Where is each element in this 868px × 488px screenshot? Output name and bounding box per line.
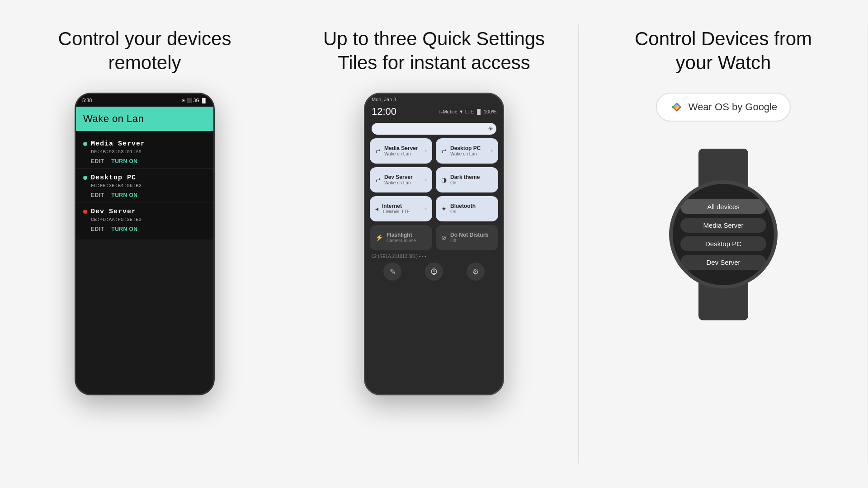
wear-os-badge[interactable]: Wear OS by Google (656, 93, 791, 122)
qs-action-button[interactable]: ⚙ (467, 263, 485, 281)
turnon-button[interactable]: TURN ON (111, 226, 137, 232)
qs-tile[interactable]: ⚡ Flashlight Camera in use (370, 225, 432, 250)
device-item: Desktop PC FC:FE:3E:B4:06:B2 EDIT TURN O… (76, 169, 213, 202)
tile-sub: T-Mobile, LTE (382, 209, 421, 215)
tile-label: Desktop PC (450, 145, 487, 151)
watch-item[interactable]: All devices (680, 199, 766, 214)
device-name-row: Media Server (83, 140, 206, 148)
turnon-button[interactable]: TURN ON (111, 158, 137, 164)
tile-arrow-icon: › (425, 177, 427, 183)
watch-item[interactable]: Media Server (680, 218, 766, 233)
tile-icon: ✦ (441, 205, 447, 212)
tile-sublabel: Wake on Lan (450, 151, 487, 157)
phone-icons: ☀ ⬛ 3G ▐▌ (181, 98, 207, 103)
tile-icon: ◂ (375, 205, 378, 212)
tile-icon: ⚡ (375, 234, 383, 241)
tile-arrow-icon: › (425, 148, 427, 154)
device-name: Media Server (91, 140, 145, 148)
svg-point-0 (675, 105, 679, 109)
edit-button[interactable]: EDIT (91, 226, 104, 232)
status-dot (83, 176, 87, 180)
tile-icon: ◑ (441, 176, 447, 183)
device-mac: D0:4B:93:53:01:A9 (91, 149, 206, 155)
qs-tile[interactable]: ⇄ Desktop PC Wake on Lan › (436, 138, 498, 164)
tile-icon: ⇄ (375, 176, 381, 183)
turnon-button[interactable]: TURN ON (111, 192, 137, 198)
tile-label: Dark theme (450, 174, 493, 180)
tile-arrow-icon: › (425, 206, 427, 212)
device-item: Media Server D0:4B:93:53:01:A9 EDIT TURN… (76, 135, 213, 169)
tile-label: Bluetooth (450, 203, 493, 209)
qs-tile[interactable]: ◂ Internet T-Mobile, LTE › (370, 196, 432, 221)
qs-carrier: T-Mobile ▼ LTE ▐▌ 100% (439, 109, 496, 114)
qs-bottom: 12 (SE1A.211012.001) • • • ✎⏻⚙ (365, 250, 503, 284)
device-mac: FC:FE:3E:B4:06:B2 (91, 183, 206, 188)
watch-item[interactable]: Desktop PC (680, 236, 766, 251)
brightness-icon: ☀ (488, 125, 494, 132)
panel-2: Up to three Quick Settings Tiles for ins… (289, 0, 579, 488)
watch-container: All devicesMedia ServerDesktop PCDev Ser… (651, 149, 796, 320)
app-title: Wake on Lan (83, 113, 144, 124)
phone-device-2: Mon, Jan 3 12:00 T-Mobile ▼ LTE ▐▌ 100% … (364, 93, 504, 395)
qs-actions: ✎⏻⚙ (372, 263, 496, 281)
qs-tile[interactable]: ⊘ Do Not Disturb Off (436, 225, 498, 250)
phone-status-bar: 5:38 ☀ ⬛ 3G ▐▌ (76, 94, 213, 107)
qs-build-num: 12 (SE1A.211012.001) • • • (372, 254, 496, 259)
panel-3-title: Control Devices from your Watch (635, 27, 812, 75)
tile-label: Flashlight (387, 232, 427, 238)
tile-text: Dark theme On (450, 174, 493, 186)
tile-sub: Off (450, 238, 493, 244)
tile-label: Media Server (384, 145, 421, 151)
brightness-row: ☀ (365, 121, 503, 138)
qs-tile[interactable]: ⇄ Media Server Wake on Lan › (370, 138, 432, 164)
qs-action-button[interactable]: ⏻ (425, 263, 443, 281)
device-actions: EDIT TURN ON (91, 158, 206, 164)
qs-time: 12:00 (372, 106, 396, 117)
tile-text: Internet T-Mobile, LTE (382, 203, 421, 215)
tile-text: Media Server Wake on Lan (384, 145, 421, 157)
status-dot (83, 210, 87, 214)
tile-text: Dev Server Wake on Lan (384, 174, 421, 186)
tile-text: Bluetooth On (450, 203, 493, 215)
device-actions: EDIT TURN ON (91, 226, 206, 232)
tile-text: Flashlight Camera in use (387, 232, 427, 244)
device-name: Desktop PC (91, 174, 136, 182)
qs-date: Mon, Jan 3 (372, 97, 396, 102)
tile-sub: Camera in use (387, 238, 427, 244)
edit-button[interactable]: EDIT (91, 158, 104, 164)
device-actions: EDIT TURN ON (91, 192, 206, 198)
qs-tile[interactable]: ⇄ Dev Server Wake on Lan › (370, 167, 432, 192)
svg-point-1 (672, 106, 675, 108)
tiles-grid: ⇄ Media Server Wake on Lan › ⇄ Desktop P… (365, 138, 503, 250)
qs-time-row: 12:00 T-Mobile ▼ LTE ▐▌ 100% (365, 105, 503, 121)
panel-1-title: Control your devices remotely (58, 27, 231, 75)
tile-sublabel: Wake on Lan (384, 180, 421, 186)
tile-sub: On (450, 180, 493, 186)
tile-icon: ⇄ (375, 147, 381, 155)
qs-status-bar: Mon, Jan 3 (365, 94, 503, 105)
qs-action-button[interactable]: ✎ (383, 263, 401, 281)
tile-label: Do Not Disturb (450, 232, 493, 238)
qs-tile[interactable]: ◑ Dark theme On (436, 167, 498, 192)
device-mac: CB:4D:AA:F5:3E:E0 (91, 217, 206, 222)
phone-device-1: 5:38 ☀ ⬛ 3G ▐▌ Wake on Lan Media Server … (75, 93, 215, 395)
panel-2-title: Up to three Quick Settings Tiles for ins… (323, 27, 545, 75)
tile-label: Dev Server (384, 174, 421, 180)
watch-item[interactable]: Dev Server (680, 255, 766, 270)
edit-button[interactable]: EDIT (91, 192, 104, 198)
tile-icon: ⇄ (441, 147, 447, 155)
device-list: Media Server D0:4B:93:53:01:A9 EDIT TURN… (76, 131, 213, 239)
tile-sublabel: Wake on Lan (384, 151, 421, 157)
qs-tile[interactable]: ✦ Bluetooth On (436, 196, 498, 221)
tile-label: Internet (382, 203, 421, 209)
phone-time: 5:38 (82, 98, 92, 103)
phone-app-bar: Wake on Lan (76, 107, 213, 131)
device-name-row: Dev Server (83, 208, 206, 216)
tile-sub: On (450, 209, 493, 215)
status-dot (83, 142, 87, 146)
wear-os-logo-icon (670, 100, 684, 114)
panel-3: Control Devices from your Watch Wear OS … (579, 0, 868, 488)
watch-face: All devicesMedia ServerDesktop PCDev Ser… (669, 180, 778, 289)
device-name: Dev Server (91, 208, 136, 216)
brightness-bar[interactable]: ☀ (372, 123, 496, 135)
